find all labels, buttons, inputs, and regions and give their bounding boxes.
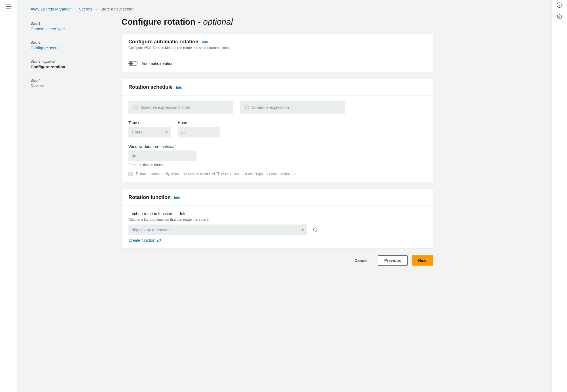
lambda-function-label: Lambda rotation function <box>128 211 172 216</box>
time-unit-label: Time unit <box>128 120 171 125</box>
svg-point-3 <box>559 16 560 18</box>
info-link[interactable]: Info <box>202 40 208 44</box>
lambda-desc: Choose a Lambda function that can rotate… <box>128 218 426 222</box>
radio-icon <box>134 105 137 109</box>
hours-input: 23 <box>178 127 220 137</box>
info-link[interactable]: Info <box>180 211 187 216</box>
step-label: Step 3 <box>31 60 41 63</box>
step-label: Step 2 <box>31 41 41 45</box>
refresh-icon[interactable] <box>313 227 318 233</box>
hamburger-menu-icon[interactable] <box>4 2 13 12</box>
page-title: Configure rotation - optional <box>121 17 433 27</box>
panel-automatic-rotation: Configure automatic rotation Info Config… <box>121 33 433 72</box>
panel-title: Configure automatic rotation <box>128 39 198 45</box>
next-button[interactable]: Next <box>412 255 433 266</box>
step-label: Step 4 <box>31 79 41 82</box>
cancel-button[interactable]: Cancel <box>348 255 374 266</box>
panel-title: Rotation function <box>128 194 171 200</box>
panel-rotation-schedule: Rotation schedule Info Schedule expressi… <box>121 79 433 182</box>
breadcrumb-current: Store a new secret <box>100 7 134 11</box>
toggle-label: Automatic rotation <box>141 61 174 66</box>
step-choose-secret-type[interactable]: Choose secret type <box>31 27 104 31</box>
window-duration-input: 4h <box>128 151 196 161</box>
window-duration-label: Window duration <box>128 144 158 149</box>
chevron-right-icon: › <box>74 7 76 11</box>
breadcrumb: AWS Secrets Manager › Secrets › Store a … <box>31 7 540 11</box>
step-label: Step 1 <box>31 22 41 26</box>
previous-button[interactable]: Previous <box>378 255 408 266</box>
time-unit-select: Hours ▾ <box>128 127 171 137</box>
hours-label: Hours <box>178 120 220 125</box>
lambda-function-select: objectcopy-to-convert ▾ <box>128 224 307 235</box>
info-link[interactable]: Info <box>174 196 180 200</box>
rotate-immediately-checkbox <box>128 172 133 176</box>
caret-down-icon: ▾ <box>302 228 304 232</box>
window-hint: Enter the time in hours. <box>128 163 426 167</box>
wizard-steps: Step 1 Choose secret type Step 2 Configu… <box>31 17 104 93</box>
rotate-immediately-label: Rotate immediately when the secret is st… <box>136 171 297 176</box>
chevron-right-icon: › <box>96 7 97 11</box>
create-function-link[interactable]: Create function <box>128 238 161 243</box>
panel-rotation-function: Rotation function Info Lambda rotation f… <box>121 189 433 249</box>
radio-expression-builder: Schedule expression builder <box>128 101 233 114</box>
caret-down-icon: ▾ <box>166 130 168 134</box>
info-link[interactable]: Info <box>176 86 182 90</box>
svg-rect-2 <box>559 5 560 7</box>
svg-point-1 <box>559 4 560 4</box>
step-review: Review <box>31 84 104 88</box>
breadcrumb-section[interactable]: Secrets <box>79 7 92 11</box>
radio-icon <box>245 105 249 109</box>
step-configure-secret[interactable]: Configure secret <box>31 46 104 50</box>
breadcrumb-root[interactable]: AWS Secrets Manager <box>31 7 71 11</box>
panel-title: Rotation schedule <box>128 84 173 90</box>
radio-expression: Schedule expression <box>240 101 345 114</box>
external-link-icon <box>157 238 161 242</box>
info-icon[interactable] <box>552 2 567 9</box>
step-configure-rotation: Configure rotation <box>31 65 104 69</box>
panel-description: Configure AWS Secrets Manager to rotate … <box>128 46 426 50</box>
automatic-rotation-toggle[interactable] <box>128 61 137 66</box>
settings-icon[interactable] <box>552 14 567 20</box>
